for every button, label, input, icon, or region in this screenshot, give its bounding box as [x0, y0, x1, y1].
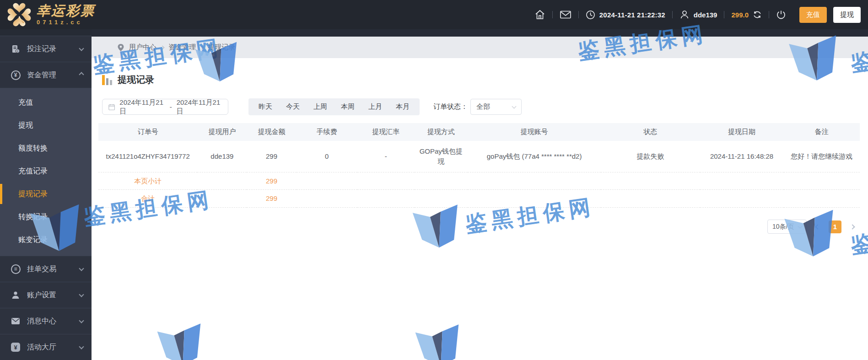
- recharge-button[interactable]: 充值: [799, 7, 827, 23]
- cell-remark: 您好！请您继续游戏: [784, 141, 860, 172]
- sidebar-item-quota-transfer[interactable]: 额度转换: [0, 137, 92, 160]
- col-date: 提现日期: [700, 123, 784, 141]
- user-icon: [679, 10, 690, 20]
- sidebar-group-activity-hall[interactable]: ¥ 活动大厅: [0, 334, 92, 360]
- date-range-input[interactable]: 2024年11月21日 - 2024年11月21日: [102, 99, 228, 115]
- mail-icon[interactable]: [560, 10, 571, 20]
- page-title-row: 提现记录: [98, 74, 860, 86]
- coins-icon: ≡: [10, 264, 21, 274]
- range-yesterday[interactable]: 昨天: [252, 102, 279, 111]
- order-status-select[interactable]: 全部: [470, 99, 522, 115]
- col-account: 提现账号: [468, 123, 601, 141]
- order-status-label: 订单状态：: [433, 102, 468, 111]
- divider: [724, 11, 724, 18]
- logo[interactable]: 幸运彩票 0711z.cc: [0, 2, 95, 27]
- chevron-down-icon: [512, 104, 517, 108]
- pagination: 10条/页 1: [98, 220, 860, 234]
- quick-range-group: 昨天 今天 上周 本周 上月 本月: [248, 98, 420, 115]
- sidebar-group-message-center[interactable]: 消息中心: [0, 308, 92, 334]
- sidebar-item-recharge-records[interactable]: 充值记录: [0, 160, 92, 183]
- withdraw-button[interactable]: 提现: [833, 7, 861, 23]
- calendar-icon: [108, 103, 115, 111]
- total-row: 合计 299: [98, 190, 860, 208]
- page-title: 提现记录: [118, 74, 154, 86]
- chevron-down-icon: [798, 224, 803, 228]
- logout-icon[interactable]: [776, 10, 786, 20]
- order-status-value: 全部: [476, 102, 490, 111]
- sidebar-group-label: 消息中心: [27, 317, 74, 326]
- total-label: 合计: [98, 190, 197, 208]
- svg-text:≡: ≡: [17, 50, 19, 53]
- cell-status: 提款失败: [601, 141, 700, 172]
- date-start: 2024年11月21日: [119, 98, 165, 116]
- range-last-week[interactable]: 上周: [307, 102, 334, 111]
- sidebar-group-label: 账户设置: [27, 290, 74, 300]
- sidebar-group-funds[interactable]: ¥ 资金管理: [0, 62, 92, 88]
- breadcrumb-separator-icon: [161, 45, 164, 49]
- chevron-down-icon: [79, 266, 84, 271]
- cell-fee: 0: [297, 141, 357, 172]
- activity-icon: ¥: [10, 343, 21, 352]
- app-header: 幸运彩票 0711z.cc 2024-11-21 21:22:32: [0, 0, 868, 29]
- balance-text: 299.0: [731, 11, 749, 19]
- sidebar-item-transfer-records[interactable]: 转换记录: [0, 205, 92, 228]
- subtotal-amount: 299: [247, 172, 296, 190]
- breadcrumb-current: 提现记录: [208, 43, 235, 52]
- cell-amount: 299: [247, 141, 296, 172]
- divider: [769, 11, 769, 18]
- prev-page-button[interactable]: [814, 223, 821, 231]
- withdraw-records-table: 订单号 提现用户 提现金额 手续费 提现汇率 提现方式 提现账号 状态 提现日期…: [98, 123, 860, 208]
- chevron-down-icon: [79, 292, 84, 297]
- sidebar-group-pending-orders[interactable]: ≡ 挂单交易: [0, 256, 92, 282]
- col-order-id: 订单号: [98, 123, 197, 141]
- username-text: dde139: [694, 11, 717, 19]
- content-area: 用户中心 资金管理 提现记录 提现记录 2024年11月21日 - 2024年1…: [92, 29, 868, 360]
- sidebar-item-withdraw-records[interactable]: 提现记录: [0, 183, 92, 205]
- sidebar-item-withdraw[interactable]: 提现: [0, 114, 92, 137]
- logo-text: 幸运彩票 0711z.cc: [37, 4, 95, 25]
- range-this-month[interactable]: 本月: [389, 102, 416, 111]
- table-row: tx241121o4ZHYF34719772 dde139 299 0 - GO…: [98, 141, 860, 172]
- location-pin-icon: [117, 43, 124, 52]
- sidebar-group-account-settings[interactable]: 账户设置: [0, 282, 92, 308]
- sidebar: ≡ 投注记录 ¥ 资金管理 充值 提现 额度转换 充值记录 提现记录 转换记录 …: [0, 29, 92, 360]
- breadcrumb-user-center[interactable]: 用户中心: [129, 43, 156, 52]
- sidebar-group-label: 活动大厅: [27, 343, 74, 352]
- current-page-button[interactable]: 1: [829, 220, 841, 233]
- range-last-month[interactable]: 上月: [361, 102, 389, 111]
- cell-order-id: tx241121o4ZHYF34719772: [98, 141, 197, 172]
- next-page-button[interactable]: [849, 223, 856, 231]
- total-amount: 299: [247, 190, 296, 208]
- range-today[interactable]: 今天: [279, 102, 307, 111]
- chevron-down-icon: [79, 318, 84, 323]
- refresh-icon[interactable]: [753, 10, 762, 19]
- breadcrumb-separator-icon: [200, 45, 204, 49]
- bar-chart-icon: [102, 75, 112, 85]
- date-end: 2024年11月21日: [177, 98, 222, 116]
- cell-method: GOPay钱包提现: [415, 141, 468, 172]
- divider: [578, 11, 579, 18]
- header-shadow-strip: [92, 29, 868, 37]
- sidebar-item-recharge[interactable]: 充值: [0, 91, 92, 114]
- col-remark: 备注: [784, 123, 860, 141]
- home-icon[interactable]: [534, 9, 545, 20]
- clover-logo-icon: [6, 2, 32, 27]
- sidebar-item-account-change-records[interactable]: 账变记录: [0, 228, 92, 251]
- breadcrumb: 用户中心 资金管理 提现记录: [92, 37, 868, 58]
- divider: [672, 11, 673, 18]
- funds-submenu: 充值 提现 额度转换 充值记录 提现记录 转换记录 账变记录: [0, 88, 92, 256]
- clock-icon: [586, 10, 595, 20]
- chevron-down-icon: [79, 344, 84, 349]
- breadcrumb-funds[interactable]: 资金管理: [168, 43, 196, 52]
- cell-date: 2024-11-21 16:48:28: [700, 141, 784, 172]
- date-separator: -: [170, 103, 172, 111]
- user-icon: [10, 290, 21, 300]
- user-info[interactable]: dde139: [679, 10, 717, 20]
- sidebar-group-bet-records[interactable]: ≡ 投注记录: [0, 36, 92, 62]
- balance-block: 299.0: [731, 10, 762, 19]
- col-status: 状态: [601, 123, 700, 141]
- page-size-select[interactable]: 10条/页: [767, 220, 807, 234]
- chevron-down-icon: [79, 46, 84, 51]
- cell-account: goPay钱包 (77a4 **** **** **d2): [468, 141, 601, 172]
- range-this-week[interactable]: 本周: [334, 102, 361, 111]
